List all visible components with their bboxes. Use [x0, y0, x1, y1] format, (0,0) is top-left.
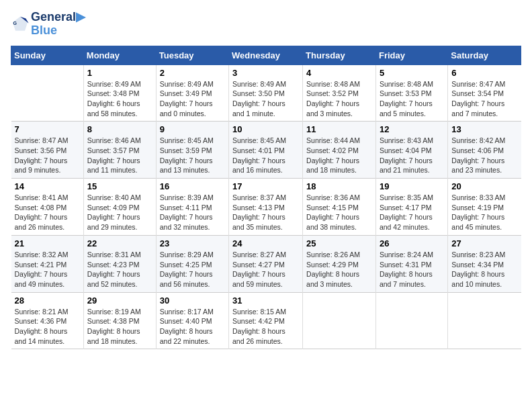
day-details: Sunrise: 8:49 AM Sunset: 3:49 PM Dayligh…: [160, 79, 225, 119]
day-details: Sunrise: 8:46 AM Sunset: 3:57 PM Dayligh…: [87, 136, 152, 175]
day-number: 17: [232, 181, 299, 191]
day-details: Sunrise: 8:45 AM Sunset: 3:59 PM Dayligh…: [160, 136, 225, 175]
day-number: 12: [380, 124, 444, 134]
day-details: Sunrise: 8:26 AM Sunset: 4:29 PM Dayligh…: [306, 250, 372, 289]
day-details: Sunrise: 8:41 AM Sunset: 4:08 PM Dayligh…: [15, 193, 80, 232]
calendar-cell: 11Sunrise: 8:44 AM Sunset: 4:02 PM Dayli…: [303, 122, 376, 179]
calendar-cell: 8Sunrise: 8:46 AM Sunset: 3:57 PM Daylig…: [83, 122, 156, 179]
calendar-cell: 13Sunrise: 8:42 AM Sunset: 4:06 PM Dayli…: [448, 122, 521, 179]
calendar-cell: 7Sunrise: 8:47 AM Sunset: 3:56 PM Daylig…: [11, 122, 84, 179]
day-details: Sunrise: 8:19 AM Sunset: 4:38 PM Dayligh…: [87, 307, 152, 347]
calendar-cell: 29Sunrise: 8:19 AM Sunset: 4:38 PM Dayli…: [83, 292, 156, 349]
day-number: 26: [380, 238, 444, 248]
calendar-cell: 17Sunrise: 8:37 AM Sunset: 4:13 PM Dayli…: [229, 179, 303, 236]
calendar-cell: [11, 64, 84, 122]
logo-icon: G: [11, 15, 30, 34]
day-details: Sunrise: 8:48 AM Sunset: 3:52 PM Dayligh…: [306, 79, 372, 119]
day-details: Sunrise: 8:42 AM Sunset: 4:06 PM Dayligh…: [451, 136, 517, 175]
day-number: 5: [380, 68, 444, 78]
day-number: 3: [232, 68, 299, 78]
weekday-header-thursday: Thursday: [303, 46, 376, 64]
day-details: Sunrise: 8:49 AM Sunset: 3:50 PM Dayligh…: [232, 79, 299, 119]
day-details: Sunrise: 8:47 AM Sunset: 3:54 PM Dayligh…: [451, 79, 517, 119]
week-row-2: 7Sunrise: 8:47 AM Sunset: 3:56 PM Daylig…: [11, 122, 521, 179]
day-details: Sunrise: 8:33 AM Sunset: 4:19 PM Dayligh…: [451, 193, 517, 232]
day-details: Sunrise: 8:48 AM Sunset: 3:53 PM Dayligh…: [380, 79, 444, 119]
calendar-cell: 20Sunrise: 8:33 AM Sunset: 4:19 PM Dayli…: [448, 179, 521, 236]
day-details: Sunrise: 8:40 AM Sunset: 4:09 PM Dayligh…: [87, 193, 152, 232]
calendar-cell: 9Sunrise: 8:45 AM Sunset: 3:59 PM Daylig…: [156, 122, 228, 179]
day-number: 25: [306, 238, 372, 248]
day-details: Sunrise: 8:37 AM Sunset: 4:13 PM Dayligh…: [232, 193, 299, 232]
day-number: 7: [15, 124, 80, 134]
day-number: 21: [15, 238, 80, 248]
day-number: 13: [451, 124, 517, 134]
day-number: 20: [451, 181, 517, 191]
calendar-cell: 22Sunrise: 8:31 AM Sunset: 4:23 PM Dayli…: [83, 235, 156, 292]
logo: G General▶Blue: [11, 11, 85, 38]
calendar-cell: 10Sunrise: 8:45 AM Sunset: 4:01 PM Dayli…: [229, 122, 303, 179]
day-details: Sunrise: 8:47 AM Sunset: 3:56 PM Dayligh…: [15, 136, 80, 175]
calendar-body: 1Sunrise: 8:49 AM Sunset: 3:48 PM Daylig…: [11, 64, 521, 349]
day-number: 19: [380, 181, 444, 191]
day-number: 8: [87, 124, 152, 134]
weekday-header-tuesday: Tuesday: [156, 46, 228, 64]
day-number: 4: [306, 68, 372, 78]
weekday-header-saturday: Saturday: [448, 46, 521, 64]
weekday-header-sunday: Sunday: [11, 46, 84, 64]
day-number: 14: [15, 181, 80, 191]
day-details: Sunrise: 8:24 AM Sunset: 4:31 PM Dayligh…: [380, 250, 444, 289]
calendar-cell: 18Sunrise: 8:36 AM Sunset: 4:15 PM Dayli…: [303, 179, 376, 236]
week-row-1: 1Sunrise: 8:49 AM Sunset: 3:48 PM Daylig…: [11, 64, 521, 122]
calendar-cell: 16Sunrise: 8:39 AM Sunset: 4:11 PM Dayli…: [156, 179, 228, 236]
calendar-cell: 4Sunrise: 8:48 AM Sunset: 3:52 PM Daylig…: [303, 64, 376, 122]
day-details: Sunrise: 8:39 AM Sunset: 4:11 PM Dayligh…: [160, 193, 225, 232]
day-details: Sunrise: 8:29 AM Sunset: 4:25 PM Dayligh…: [160, 250, 225, 289]
calendar-cell: 2Sunrise: 8:49 AM Sunset: 3:49 PM Daylig…: [156, 64, 228, 122]
calendar-cell: 19Sunrise: 8:35 AM Sunset: 4:17 PM Dayli…: [375, 179, 447, 236]
day-details: Sunrise: 8:36 AM Sunset: 4:15 PM Dayligh…: [306, 193, 372, 232]
logo-text: General▶Blue: [31, 11, 85, 38]
day-number: 31: [232, 295, 299, 306]
weekday-header-row: SundayMondayTuesdayWednesdayThursdayFrid…: [11, 46, 521, 64]
calendar-cell: 14Sunrise: 8:41 AM Sunset: 4:08 PM Dayli…: [11, 179, 84, 236]
day-details: Sunrise: 8:45 AM Sunset: 4:01 PM Dayligh…: [232, 136, 299, 175]
day-details: Sunrise: 8:27 AM Sunset: 4:27 PM Dayligh…: [232, 250, 299, 289]
day-details: Sunrise: 8:43 AM Sunset: 4:04 PM Dayligh…: [380, 136, 444, 175]
calendar-cell: 28Sunrise: 8:21 AM Sunset: 4:36 PM Dayli…: [11, 292, 84, 349]
calendar-cell: 15Sunrise: 8:40 AM Sunset: 4:09 PM Dayli…: [83, 179, 156, 236]
week-row-3: 14Sunrise: 8:41 AM Sunset: 4:08 PM Dayli…: [11, 179, 521, 236]
day-number: 1: [87, 68, 152, 78]
day-number: 6: [451, 68, 517, 78]
day-number: 2: [160, 68, 225, 78]
calendar-cell: 31Sunrise: 8:15 AM Sunset: 4:42 PM Dayli…: [229, 292, 303, 349]
weekday-header-friday: Friday: [375, 46, 447, 64]
day-number: 29: [87, 295, 152, 306]
day-number: 30: [160, 295, 225, 306]
week-row-4: 21Sunrise: 8:32 AM Sunset: 4:21 PM Dayli…: [11, 235, 521, 292]
page-header: G General▶Blue: [11, 11, 521, 38]
day-number: 24: [232, 238, 299, 248]
weekday-header-wednesday: Wednesday: [229, 46, 303, 64]
day-number: 16: [160, 181, 225, 191]
day-details: Sunrise: 8:49 AM Sunset: 3:48 PM Dayligh…: [87, 79, 152, 119]
calendar-table: SundayMondayTuesdayWednesdayThursdayFrid…: [11, 46, 521, 350]
day-number: 22: [87, 238, 152, 248]
day-number: 23: [160, 238, 225, 248]
day-details: Sunrise: 8:32 AM Sunset: 4:21 PM Dayligh…: [15, 250, 80, 289]
day-details: Sunrise: 8:23 AM Sunset: 4:34 PM Dayligh…: [451, 250, 517, 289]
calendar-cell: 25Sunrise: 8:26 AM Sunset: 4:29 PM Dayli…: [303, 235, 376, 292]
day-details: Sunrise: 8:15 AM Sunset: 4:42 PM Dayligh…: [232, 307, 299, 347]
day-number: 11: [306, 124, 372, 134]
day-number: 28: [15, 295, 80, 306]
calendar-cell: [375, 292, 447, 349]
calendar-cell: 5Sunrise: 8:48 AM Sunset: 3:53 PM Daylig…: [375, 64, 447, 122]
day-number: 10: [232, 124, 299, 134]
calendar-cell: [303, 292, 376, 349]
day-details: Sunrise: 8:44 AM Sunset: 4:02 PM Dayligh…: [306, 136, 372, 175]
calendar-cell: 30Sunrise: 8:17 AM Sunset: 4:40 PM Dayli…: [156, 292, 228, 349]
calendar-cell: 24Sunrise: 8:27 AM Sunset: 4:27 PM Dayli…: [229, 235, 303, 292]
calendar-cell: 21Sunrise: 8:32 AM Sunset: 4:21 PM Dayli…: [11, 235, 84, 292]
svg-text:G: G: [13, 21, 17, 26]
day-details: Sunrise: 8:17 AM Sunset: 4:40 PM Dayligh…: [160, 307, 225, 347]
